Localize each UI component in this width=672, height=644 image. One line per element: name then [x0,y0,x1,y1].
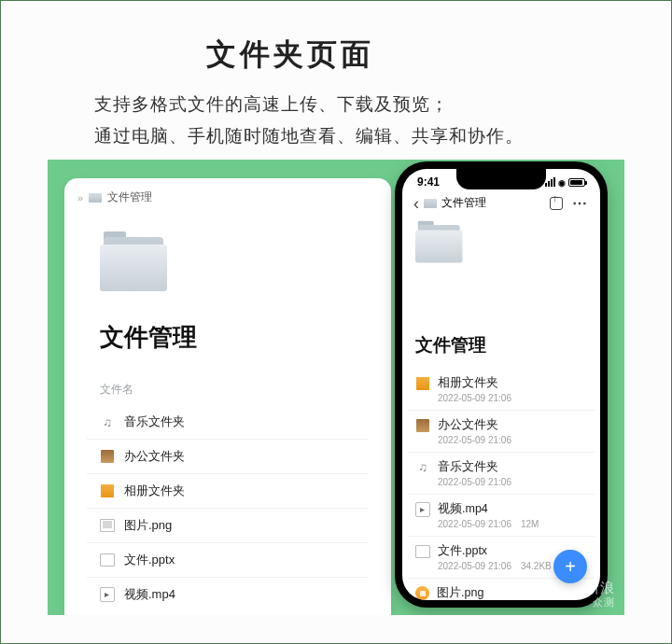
list-item[interactable]: 办公文件夹 [87,439,369,473]
list-item[interactable]: 图片.png [87,508,369,542]
status-time: 9:41 [417,175,440,189]
file-name: 图片.png [124,517,172,534]
promo-frame: 文件夹页面 支持多格式文件的高速上传、下载及预览； 通过电脑、手机随时随地查看、… [0,0,672,644]
file-list: 音乐文件夹 办公文件夹 相册文件夹 图片.png 文件.pptx 视频.mp4 [87,405,369,611]
mobile-topbar: 文件管理 [402,190,600,217]
battery-icon [568,178,585,187]
watermark-brand: 新浪 [585,580,615,595]
signal-icon [545,177,555,187]
image-file-icon [100,518,115,533]
file-date: 2022-05-09 21:06 [438,561,511,571]
file-name: 音乐文件夹 [124,413,185,430]
office-folder-icon [415,418,430,433]
file-name: 文件.pptx [124,552,175,568]
file-name: 办公文件夹 [124,448,185,465]
header: 文件夹页面 支持多格式文件的高速上传、下载及预览； 通过电脑、手机随时随地查看、… [1,1,671,169]
breadcrumb-label[interactable]: 文件管理 [441,195,486,211]
file-date: 2022-05-09 21:06 [438,519,511,529]
more-icon[interactable] [572,194,587,212]
back-icon[interactable] [413,195,419,212]
image-file-icon [415,586,429,600]
album-folder-icon [415,376,430,391]
page-title: 文件管理 [415,333,600,357]
folder-icon [424,199,437,208]
page-description: 支持多格式文件的高速上传、下载及预览； 通过电脑、手机随时随地查看、编辑、共享和… [94,89,615,152]
showcase-stage: » 文件管理 文件管理 文件名 音乐文件夹 办公文件夹 相册文件夹 图片.png… [48,160,624,615]
pptx-file-icon [415,544,430,559]
video-file-icon [100,587,115,602]
file-size: 12M [521,519,539,529]
pptx-file-icon [100,553,115,567]
file-name: 视频.mp4 [124,586,175,603]
chevron-right-icon: » [77,192,83,203]
file-name: 办公文件夹 [438,417,498,433]
office-folder-icon [100,449,115,464]
phone-screen: 9:41 文件管理 [402,169,600,600]
list-item[interactable]: 视频.mp4 [87,577,369,611]
page-title: 文件管理 [100,321,391,354]
breadcrumb-label: 文件管理 [107,189,152,205]
list-item[interactable]: 相册文件夹 [87,473,369,508]
desc-line-2: 通过电脑、手机随时随地查看、编辑、共享和协作。 [94,120,615,152]
file-name: 文件.pptx [438,543,487,559]
list-item[interactable]: 视频.mp4 2022-05-09 21:0612M [408,494,595,536]
file-size: 34.2KB [521,561,552,571]
add-button[interactable] [553,550,587,583]
desc-line-1: 支持多格式文件的高速上传、下载及预览； [94,89,615,120]
desktop-window: » 文件管理 文件管理 文件名 音乐文件夹 办公文件夹 相册文件夹 图片.png… [64,178,391,615]
column-header-name: 文件名 [100,382,391,398]
file-name: 图片.png [437,585,483,600]
share-icon[interactable] [550,197,563,210]
video-file-icon [415,502,430,517]
page-heading: 文件夹页面 [206,35,615,76]
music-icon [100,414,115,429]
watermark-sub: 众测 [585,596,615,608]
file-name: 视频.mp4 [438,501,488,517]
folder-hero-icon [415,225,468,267]
list-item[interactable]: 办公文件夹 2022-05-09 21:06 [408,410,595,452]
list-item[interactable]: 音乐文件夹 2022-05-09 21:06 [408,452,595,494]
file-date: 2022-05-09 21:06 [438,393,511,403]
folder-hero-icon [100,237,175,297]
breadcrumb[interactable]: » 文件管理 [64,178,391,211]
file-date: 2022-05-09 21:06 [438,435,511,445]
album-folder-icon [100,483,115,498]
watermark: 新浪 众测 [585,581,615,608]
file-name: 相册文件夹 [124,483,185,499]
file-name: 音乐文件夹 [438,459,498,475]
list-item[interactable]: 音乐文件夹 [87,405,369,439]
file-name: 相册文件夹 [438,375,498,391]
wifi-icon [558,175,566,189]
notch [456,169,546,189]
list-item[interactable]: 相册文件夹 2022-05-09 21:06 [408,369,595,410]
music-icon [415,460,430,475]
folder-icon [89,193,102,203]
file-date: 2022-05-09 21:06 [438,477,511,487]
phone-device: 9:41 文件管理 [395,161,608,608]
list-item[interactable]: 文件.pptx [87,542,369,577]
